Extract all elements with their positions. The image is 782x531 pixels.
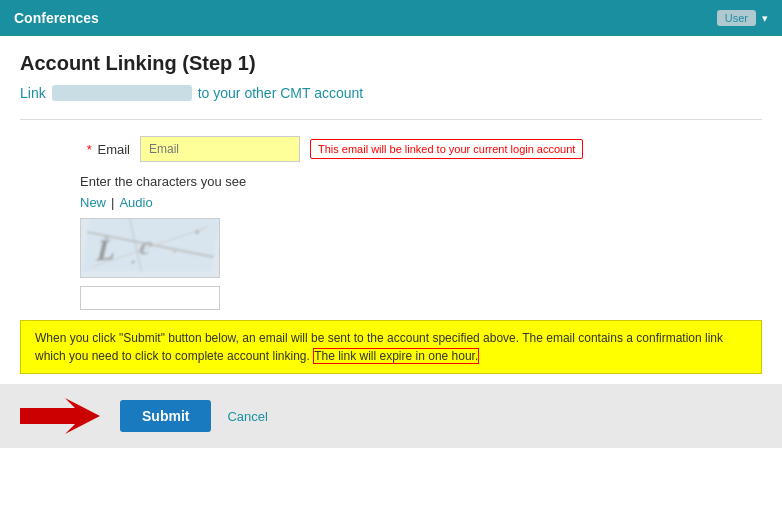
captcha-image: L c bbox=[80, 218, 220, 278]
captcha-input[interactable] bbox=[80, 286, 220, 310]
submit-button[interactable]: Submit bbox=[120, 400, 211, 432]
form-area: * Email This email will be linked to you… bbox=[20, 136, 762, 162]
cancel-link[interactable]: Cancel bbox=[227, 409, 267, 424]
info-box: When you click "Submit" button below, an… bbox=[20, 320, 762, 374]
top-bar: Conferences User ▾ bbox=[0, 0, 782, 36]
link-suffix: to your other CMT account bbox=[198, 85, 363, 101]
email-label: * Email bbox=[80, 142, 130, 157]
app-title: Conferences bbox=[14, 10, 99, 26]
captcha-text: L c bbox=[81, 218, 220, 278]
link-description: Link to your other CMT account bbox=[20, 85, 762, 101]
email-row: * Email This email will be linked to you… bbox=[80, 136, 762, 162]
divider bbox=[20, 119, 762, 120]
link-prefix: Link bbox=[20, 85, 46, 101]
captcha-links: New | Audio bbox=[80, 195, 762, 210]
email-input[interactable] bbox=[140, 136, 300, 162]
red-arrow-icon bbox=[20, 398, 100, 434]
required-star: * bbox=[87, 142, 92, 157]
new-captcha-link[interactable]: New bbox=[80, 195, 106, 210]
captcha-separator: | bbox=[111, 195, 114, 210]
top-bar-right: User ▾ bbox=[717, 10, 768, 26]
linked-email-placeholder bbox=[52, 85, 192, 101]
email-hint: This email will be linked to your curren… bbox=[310, 139, 583, 159]
audio-captcha-link[interactable]: Audio bbox=[119, 195, 152, 210]
user-label[interactable]: User bbox=[717, 10, 756, 26]
captcha-svg: L c bbox=[82, 218, 220, 272]
captcha-label: Enter the characters you see bbox=[80, 174, 762, 189]
svg-marker-10 bbox=[20, 398, 100, 434]
page-title: Account Linking (Step 1) bbox=[20, 52, 762, 75]
dropdown-arrow-icon[interactable]: ▾ bbox=[762, 12, 768, 25]
page-content: Account Linking (Step 1) Link to your ot… bbox=[0, 36, 782, 374]
captcha-section: Enter the characters you see New | Audio… bbox=[20, 174, 762, 310]
action-bar: Submit Cancel bbox=[0, 384, 782, 448]
info-highlight: The link will expire in one hour. bbox=[313, 348, 479, 364]
